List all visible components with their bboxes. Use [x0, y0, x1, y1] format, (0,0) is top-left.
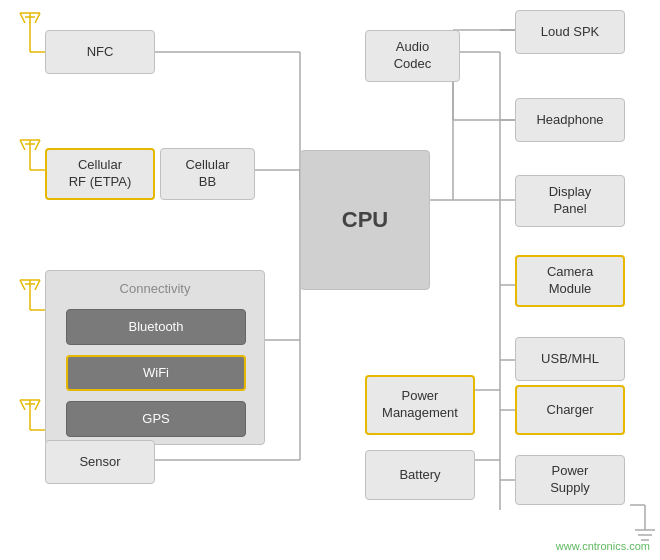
connectivity-group: Connectivity Bluetooth WiFi GPS	[45, 270, 265, 445]
power-management-box: Power Management	[365, 375, 475, 435]
svg-line-48	[35, 140, 40, 150]
power-supply-label: Power Supply	[550, 463, 590, 497]
loud-spk-label: Loud SPK	[541, 24, 600, 41]
svg-line-47	[20, 140, 25, 150]
power-supply-box: Power Supply	[515, 455, 625, 505]
cpu-label: CPU	[342, 206, 388, 235]
sensor-label: Sensor	[79, 454, 120, 471]
gps-label: GPS	[142, 411, 169, 428]
bluetooth-label: Bluetooth	[129, 319, 184, 336]
power-management-label: Power Management	[382, 388, 458, 422]
camera-module-label: Camera Module	[547, 264, 593, 298]
charger-label: Charger	[547, 402, 594, 419]
headphone-label: Headphone	[536, 112, 603, 129]
cellular-rf-box: Cellular RF (ETPA)	[45, 148, 155, 200]
watermark: www.cntronics.com	[556, 540, 650, 552]
cellular-bb-box: Cellular BB	[160, 148, 255, 200]
bluetooth-box: Bluetooth	[66, 309, 246, 345]
display-panel-box: Display Panel	[515, 175, 625, 227]
wifi-label: WiFi	[143, 365, 169, 382]
cellular-bb-label: Cellular BB	[185, 157, 229, 191]
audio-codec-box: Audio Codec	[365, 30, 460, 82]
audio-codec-label: Audio Codec	[394, 39, 432, 73]
svg-line-57	[20, 400, 25, 410]
svg-line-53	[35, 280, 40, 290]
camera-module-box: Camera Module	[515, 255, 625, 307]
charger-box: Charger	[515, 385, 625, 435]
antenna-4	[18, 392, 42, 413]
connectivity-label: Connectivity	[120, 281, 191, 298]
cellular-rf-label: Cellular RF (ETPA)	[69, 157, 132, 191]
usb-mhl-label: USB/MHL	[541, 351, 599, 368]
sensor-box: Sensor	[45, 440, 155, 484]
loud-spk-box: Loud SPK	[515, 10, 625, 54]
battery-box: Battery	[365, 450, 475, 500]
svg-line-42	[20, 13, 25, 23]
cpu-box: CPU	[300, 150, 430, 290]
nfc-box: NFC	[45, 30, 155, 74]
nfc-label: NFC	[87, 44, 114, 61]
svg-line-52	[20, 280, 25, 290]
svg-line-58	[35, 400, 40, 410]
antenna-2	[18, 132, 42, 153]
gps-box: GPS	[66, 401, 246, 437]
antenna-3	[18, 272, 42, 293]
battery-label: Battery	[399, 467, 440, 484]
display-panel-label: Display Panel	[549, 184, 592, 218]
diagram: NFC Cellular RF (ETPA) Cellular BB Conne…	[0, 0, 660, 560]
antenna-1	[18, 5, 42, 26]
svg-line-43	[35, 13, 40, 23]
usb-mhl-box: USB/MHL	[515, 337, 625, 381]
headphone-box: Headphone	[515, 98, 625, 142]
wifi-box: WiFi	[66, 355, 246, 391]
